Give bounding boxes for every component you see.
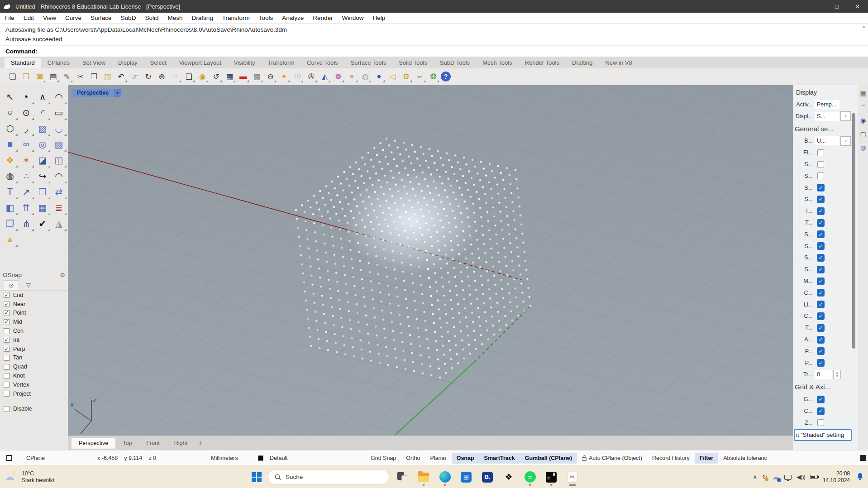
toolbar-tab-standard[interactable]: Standard bbox=[5, 58, 41, 68]
layers-icon[interactable]: ≡ bbox=[861, 103, 865, 110]
arc-icon[interactable]: ◜ bbox=[34, 105, 51, 120]
display-row-value[interactable]: S... bbox=[815, 112, 839, 121]
menu-analyze[interactable]: Analyze bbox=[277, 13, 308, 23]
copy-objects-icon[interactable]: ❒ bbox=[34, 184, 51, 200]
toolbar-tab-display[interactable]: Display bbox=[112, 58, 144, 68]
plugins-icon[interactable]: ❖ bbox=[2, 152, 18, 168]
notify-cone-icon[interactable]: ◁ bbox=[386, 70, 399, 83]
menu-view[interactable]: View bbox=[38, 13, 61, 23]
select-filter-icon[interactable]: ✦ bbox=[278, 70, 290, 83]
shaded-view-icon[interactable]: ● bbox=[346, 70, 358, 83]
trim-icon[interactable]: ◪ bbox=[34, 152, 51, 168]
toolbar-tab-visibility[interactable]: Visibility bbox=[228, 58, 262, 68]
toolbar-tab-cplanes[interactable]: CPlanes bbox=[41, 58, 76, 68]
display-checkbox[interactable]: ✓ bbox=[817, 359, 825, 367]
menu-drafting[interactable]: Drafting bbox=[187, 13, 217, 23]
pane-icon[interactable] bbox=[6, 450, 12, 465]
zoom-extents-icon[interactable]: ❑ bbox=[183, 70, 195, 83]
menu-window[interactable]: Window bbox=[338, 13, 368, 23]
menu-render[interactable]: Render bbox=[308, 13, 337, 23]
cplane-menu[interactable]: CPlane bbox=[26, 450, 45, 465]
checkbox-vertex[interactable] bbox=[4, 382, 10, 388]
explode-icon[interactable]: ✶ bbox=[18, 152, 34, 168]
menu-edit[interactable]: Edit bbox=[19, 13, 38, 23]
display-checkbox[interactable]: ✓ bbox=[817, 254, 825, 262]
sync-icon[interactable]: ↻ bbox=[762, 474, 767, 480]
viewport-tab-right[interactable]: Right bbox=[167, 438, 195, 449]
new-file-icon[interactable]: ❏ bbox=[6, 70, 19, 83]
box-icon[interactable]: ■ bbox=[2, 136, 18, 152]
surface-warp-icon[interactable]: ▧ bbox=[51, 136, 67, 152]
fillet-corner-icon[interactable]: ◞ bbox=[18, 120, 34, 136]
curve-icon[interactable]: ◠ bbox=[51, 89, 67, 105]
viewport-tab-top[interactable]: Top bbox=[115, 438, 139, 449]
dropdown-button[interactable]: ▿ bbox=[840, 111, 851, 121]
save-icon[interactable]: ▣ bbox=[33, 70, 46, 83]
display-checkbox[interactable]: ✓ bbox=[817, 301, 825, 308]
display-checkbox[interactable]: ✓ bbox=[817, 289, 825, 297]
cut-icon[interactable]: ✂ bbox=[74, 70, 86, 83]
materials-icon[interactable]: ◍ bbox=[860, 144, 866, 151]
menu-curve[interactable]: Curve bbox=[61, 13, 86, 23]
volume-icon[interactable]: ◀))) bbox=[796, 474, 805, 480]
status-toggle-record-history[interactable]: Record History bbox=[647, 453, 695, 464]
status-toggle-ortho[interactable]: Ortho bbox=[401, 453, 425, 464]
joint-icon[interactable]: ⋔ bbox=[18, 215, 34, 231]
menu-transform[interactable]: Transform bbox=[218, 13, 254, 23]
zoom-selected-icon[interactable]: ◉ bbox=[196, 70, 209, 83]
viewport-perspective[interactable]: Perspective ▼ zxy bbox=[68, 85, 793, 435]
toolbar-tab-curve-tools[interactable]: Curve Tools bbox=[300, 58, 344, 68]
polygon-icon[interactable]: ⬡ bbox=[2, 120, 18, 136]
car-icon[interactable]: ▬ bbox=[237, 70, 249, 83]
status-toggle-grid-snap[interactable]: Grid Snap bbox=[366, 453, 401, 464]
status-toggle-auto-cplane-object-[interactable]: Auto CPlane (Object) bbox=[577, 453, 647, 464]
display-checkbox[interactable]: ✓ bbox=[817, 407, 825, 415]
toolbar-tab-new-in-v8[interactable]: New in V8 bbox=[599, 58, 638, 68]
taskbar-app-booking[interactable]: B. bbox=[481, 468, 494, 486]
join-icon[interactable]: ❐ bbox=[2, 215, 18, 231]
checkbox-cen[interactable] bbox=[4, 328, 10, 334]
monitor-icon[interactable]: ▢ bbox=[860, 130, 866, 138]
status-toggle-absolute-toleranc[interactable]: Absolute toleranc bbox=[718, 453, 772, 464]
cplane-icon[interactable]: ▩ bbox=[251, 70, 263, 83]
viewport-tab-perspective[interactable]: Perspective bbox=[72, 438, 115, 449]
split-icon[interactable]: ◫ bbox=[51, 152, 67, 168]
toolbar-tab-solid-tools[interactable]: Solid Tools bbox=[392, 58, 434, 68]
add-viewport-tab[interactable]: ✛ bbox=[195, 438, 206, 449]
menu-subd[interactable]: SubD bbox=[116, 13, 141, 23]
open-file-icon[interactable]: ❒ bbox=[20, 70, 32, 83]
display-checkbox[interactable]: ✓ bbox=[817, 347, 825, 355]
checkbox-point[interactable]: ✓ bbox=[4, 310, 10, 316]
display-row-value[interactable]: U... bbox=[815, 136, 839, 145]
checkbox-quad[interactable] bbox=[4, 364, 10, 370]
fillet-curves-icon[interactable]: ↪ bbox=[34, 168, 51, 184]
checkbox-int[interactable]: ✓ bbox=[4, 337, 10, 343]
tray-chevron-icon[interactable]: ∧ bbox=[753, 474, 758, 480]
units-menu[interactable]: Millimeters bbox=[211, 450, 238, 465]
circle-icon[interactable]: ○ bbox=[2, 105, 18, 120]
array-linear-icon[interactable]: ≣ bbox=[51, 200, 67, 215]
dropdown-button[interactable]: ▿ bbox=[840, 136, 851, 146]
spinner-up-icon[interactable]: ▴ bbox=[836, 371, 838, 374]
polyline-icon[interactable]: ∧ bbox=[34, 89, 51, 105]
display-row-value[interactable]: 0 bbox=[815, 370, 832, 379]
display-checkbox[interactable]: ✓ bbox=[817, 219, 825, 227]
ellipse-icon[interactable]: ⊙ bbox=[18, 105, 34, 120]
rectangle-icon[interactable]: ▭ bbox=[51, 105, 67, 120]
notification-bell-icon[interactable] bbox=[857, 473, 863, 482]
mirror-icon[interactable]: ⇄ bbox=[51, 184, 67, 200]
taskbar-app-rhino8[interactable]: ≈8 bbox=[544, 468, 558, 486]
render-earth-icon[interactable]: ❂ bbox=[427, 70, 439, 83]
spinner-control[interactable]: ▴▾ bbox=[833, 370, 841, 379]
toolbar-tab-drafting[interactable]: Drafting bbox=[566, 58, 599, 68]
copy-icon[interactable]: ❐ bbox=[88, 70, 100, 83]
checkbox-project[interactable] bbox=[4, 391, 10, 397]
display-checkbox[interactable]: ✓ bbox=[817, 242, 825, 250]
status-toggle-gumball-cplane-[interactable]: Gumball (CPlane) bbox=[520, 453, 577, 464]
chevron-down-icon[interactable]: ▼ bbox=[114, 89, 121, 97]
maximize-button[interactable]: □ bbox=[826, 0, 847, 13]
display-mode-icon[interactable]: ◭ bbox=[319, 70, 331, 83]
viewport-title[interactable]: Perspective ▼ bbox=[72, 89, 121, 97]
checkbox-end[interactable]: ✓ bbox=[4, 292, 10, 298]
viewport-layout-icon[interactable]: ▦ bbox=[224, 70, 236, 83]
